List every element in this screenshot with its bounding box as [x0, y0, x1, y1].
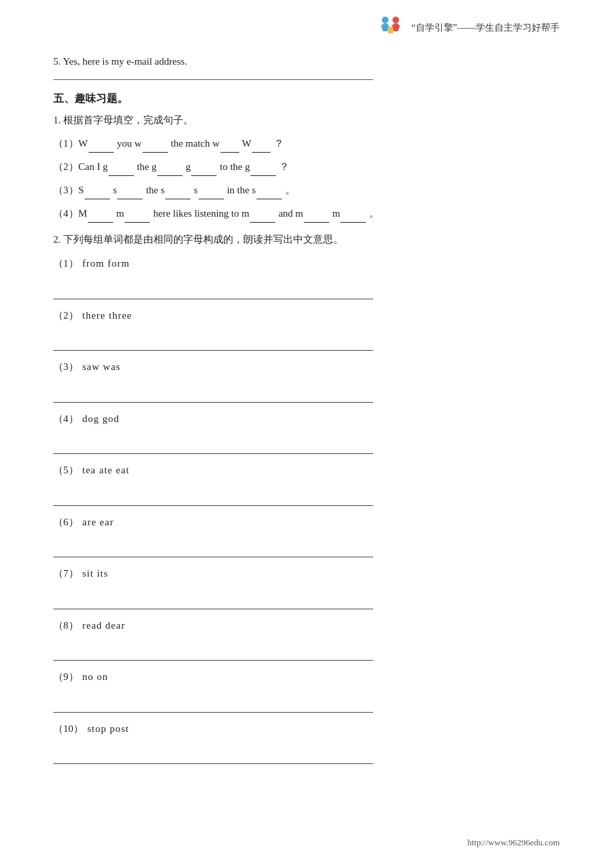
intro-sentence: 5. Yes, here is my e-mail address.	[53, 56, 560, 67]
blank-2-2	[157, 165, 183, 176]
word-divider-3	[53, 402, 373, 403]
blank-4-5	[340, 212, 366, 223]
blank-3-4	[199, 189, 224, 199]
svg-point-4	[392, 17, 399, 23]
blank-3-5	[257, 189, 282, 199]
footer-url: http://www.96296edu.com	[467, 837, 560, 848]
logo-icon	[376, 13, 405, 43]
fill-item-4: （4）M m here likes listening to m and m m…	[53, 205, 560, 223]
word-group-words-1: from form	[83, 254, 130, 273]
blank-2-1	[109, 165, 134, 176]
svg-rect-8	[388, 27, 393, 33]
blank-3-3	[165, 189, 191, 199]
word-divider-10	[53, 763, 373, 764]
fill-item-2: （2）Can I g the g g to the g ？	[53, 158, 560, 176]
word-group-item-9: （9）no on	[53, 667, 560, 708]
page-header: “自学引擎”——学生自主学习好帮手	[53, 13, 560, 49]
word-divider-9	[53, 712, 373, 713]
word-divider-7	[53, 609, 373, 609]
word-group-item-3: （3）saw was	[53, 357, 560, 398]
word-group-item-6: （6）are ear	[53, 513, 560, 553]
blank-1-2	[143, 142, 168, 153]
word-divider-8	[53, 660, 373, 661]
fill-item-1: （1）W you w the match w W ？	[53, 135, 560, 153]
blank-2-3	[191, 165, 217, 176]
sub1-title: 1. 根据首字母填空，完成句子。	[53, 114, 560, 127]
word-group-words-2: there three	[83, 306, 133, 325]
word-group-words-9: no on	[83, 667, 109, 687]
word-group-container: （1）from form （2）there three （3）saw was （…	[53, 254, 560, 764]
word-group-item-7: （7）sit its	[53, 564, 560, 605]
word-group-item-5: （5）tea ate eat	[53, 461, 560, 501]
word-group-words-10: stop post	[87, 719, 129, 739]
blank-4-1	[88, 212, 113, 223]
word-group-words-4: dog god	[83, 409, 120, 429]
word-group-words-7: sit its	[83, 564, 109, 583]
word-group-item-8: （8）read dear	[53, 616, 560, 657]
section-divider-top	[53, 79, 373, 80]
blank-1-3	[221, 142, 239, 153]
blank-3-1	[85, 189, 110, 199]
word-group-words-3: saw was	[83, 357, 121, 377]
section5-title: 五、趣味习题。	[53, 92, 560, 106]
blank-1-1	[89, 142, 114, 153]
word-group-words-8: read dear	[83, 616, 125, 635]
word-group-words-5: tea ate eat	[83, 461, 130, 480]
word-divider-2	[53, 350, 373, 351]
blank-4-3	[250, 212, 275, 223]
sub2-title: 2. 下列每组单词都是由相同的字母构成的，朗读并写出中文意思。	[53, 233, 560, 246]
word-group-item-10: （10）stop post	[53, 719, 560, 760]
blank-1-4	[252, 142, 271, 153]
blank-4-2	[125, 212, 150, 223]
fill-item-3: （3）S s the s s in the s 。	[53, 181, 560, 199]
header-tagline: “自学引擎”——学生自主学习好帮手	[412, 22, 560, 34]
blank-3-2	[117, 189, 143, 199]
svg-point-0	[382, 17, 388, 23]
word-divider-1	[53, 299, 373, 299]
word-divider-4	[53, 453, 373, 454]
word-group-item-4: （4）dog god	[53, 409, 560, 450]
word-divider-5	[53, 505, 373, 506]
blank-4-4	[304, 212, 329, 223]
word-group-item-2: （2）there three	[53, 306, 560, 347]
word-group-words-6: are ear	[83, 513, 114, 532]
word-divider-6	[53, 557, 373, 557]
blank-2-4	[251, 165, 276, 176]
word-group-item-1: （1）from form	[53, 254, 560, 295]
